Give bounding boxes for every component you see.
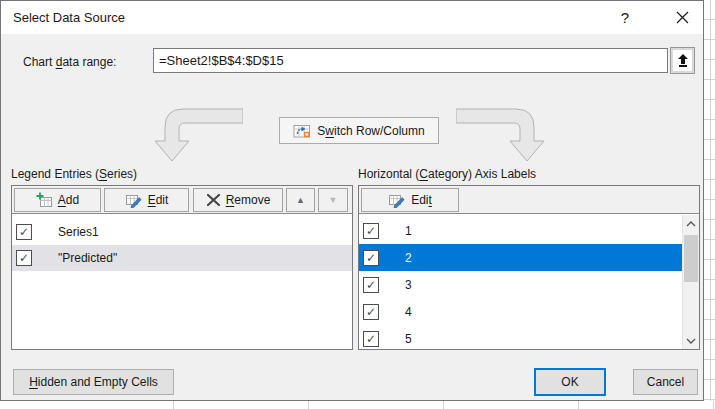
move-down-button[interactable]: ▼ [318,188,348,212]
collapse-range-icon [677,54,689,68]
check-icon: ✓ [366,224,376,238]
collapse-dialog-button[interactable] [670,47,695,74]
list-item-label: 2 [405,251,412,265]
help-button[interactable]: ? [607,1,643,34]
list-item-predicted[interactable]: ✓ "Predicted" [12,245,352,271]
list-item-label: 1 [405,224,412,238]
checkbox-checked[interactable]: ✓ [363,250,379,266]
vertical-scrollbar[interactable] [682,215,699,349]
edit-button-label: Edit [148,193,169,207]
move-up-icon: ▲ [296,196,305,205]
list-item-category-4[interactable]: ✓ 4 [359,298,682,325]
ok-button-label: OK [561,375,578,389]
checkbox-checked[interactable]: ✓ [16,224,32,240]
close-icon [676,11,689,24]
edit-axis-button-label: Edit [411,193,432,207]
list-item-label: 4 [405,305,412,319]
remove-button-label: Remove [226,193,271,207]
chart-data-range-label: Chart data range: [23,55,116,69]
list-item-label: 5 [405,332,412,346]
move-down-icon: ▼ [329,196,338,205]
add-icon [36,192,53,208]
add-series-button[interactable]: Add [14,188,101,212]
check-icon: ✓ [366,332,376,346]
chevron-down-icon [686,338,696,344]
switch-row-column-label: Switch Row/Column [317,124,424,138]
close-button[interactable] [661,1,703,34]
chart-data-range-input[interactable] [153,48,668,73]
checkbox-checked[interactable]: ✓ [363,277,379,293]
move-up-button[interactable]: ▲ [286,188,315,212]
check-icon: ✓ [19,251,29,265]
screen: Select Data Source ? Chart data range: [0,0,715,409]
remove-icon [206,193,221,207]
list-item-label: Series1 [58,225,99,239]
scroll-up-button[interactable] [683,215,699,232]
check-icon: ✓ [366,251,376,265]
add-button-label: Add [58,193,79,207]
spreadsheet-background-right [704,0,715,409]
check-icon: ✓ [366,305,376,319]
spreadsheet-background-bottom [0,401,715,409]
ok-button[interactable]: OK [534,368,606,396]
hidden-cells-label: Hidden and Empty Cells [29,375,158,389]
check-icon: ✓ [366,278,376,292]
axis-labels-heading: Horizontal (Category) Axis Labels [358,167,536,181]
titlebar: Select Data Source ? [1,1,703,34]
select-data-source-dialog: Select Data Source ? Chart data range: [0,0,704,401]
checkbox-checked[interactable]: ✓ [363,331,379,347]
edit-icon [125,192,143,208]
axis-labels-list: ✓ 1 ✓ 2 ✓ 3 ✓ 4 ✓ 5 [359,215,699,349]
legend-entries-panel: Add Edit Remove ▲ [11,185,353,350]
axis-labels-panel: Edit ✓ 1 ✓ 2 ✓ 3 ✓ 4 [358,185,700,350]
cancel-button[interactable]: Cancel [633,369,698,395]
list-item-series1[interactable]: ✓ Series1 [12,219,352,245]
hidden-and-empty-cells-button[interactable]: Hidden and Empty Cells [13,369,174,395]
legend-toolbar: Add Edit Remove ▲ [12,186,352,214]
edit-icon [388,192,406,208]
check-icon: ✓ [19,225,29,239]
legend-entries-heading: Legend Entries (Series) [11,167,137,181]
flow-arrow-right [456,103,548,165]
flow-arrow-left [151,103,243,165]
list-item-label: 3 [405,278,412,292]
help-icon: ? [621,9,629,26]
switch-row-column-button[interactable]: Switch Row/Column [279,117,439,144]
list-item-category-3[interactable]: ✓ 3 [359,271,682,298]
checkbox-checked[interactable]: ✓ [363,304,379,320]
switch-row-column-icon [293,123,311,138]
chevron-up-icon [686,221,696,227]
list-item-label: "Predicted" [58,251,117,265]
list-item-category-2-selected[interactable]: ✓ 2 [359,244,682,271]
axis-toolbar: Edit [359,186,699,214]
scroll-down-button[interactable] [683,332,699,349]
legend-entries-list: ✓ Series1 ✓ "Predicted" [12,215,352,349]
edit-axis-labels-button[interactable]: Edit [361,188,459,212]
checkbox-checked[interactable]: ✓ [16,250,32,266]
checkbox-checked[interactable]: ✓ [363,223,379,239]
edit-series-button[interactable]: Edit [104,188,189,212]
remove-series-button[interactable]: Remove [193,188,283,212]
dialog-title: Select Data Source [13,1,125,34]
list-item-category-1[interactable]: ✓ 1 [359,217,682,244]
cancel-button-label: Cancel [647,375,684,389]
scrollbar-thumb[interactable] [684,235,698,282]
list-item-category-5[interactable]: ✓ 5 [359,325,682,352]
